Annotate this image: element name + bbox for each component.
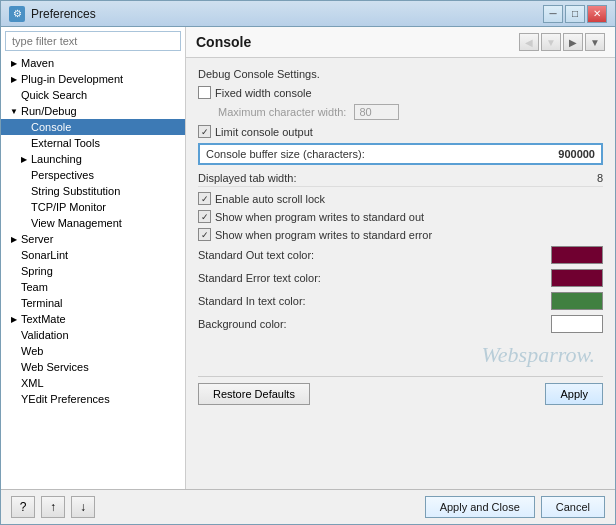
- arrow-icon: [9, 330, 19, 340]
- arrow-icon: [19, 202, 29, 212]
- apply-button[interactable]: Apply: [545, 383, 603, 405]
- sidebar-item-label: Plug-in Development: [21, 73, 123, 85]
- tab-width-row: Displayed tab width: 8: [198, 170, 603, 187]
- footer-left: ? ↑ ↓: [11, 496, 95, 518]
- std-out-color-swatch[interactable]: [551, 246, 603, 264]
- std-out-color-label: Standard Out text color:: [198, 249, 551, 261]
- cancel-button[interactable]: Cancel: [541, 496, 605, 518]
- sidebar-item-label: TextMate: [21, 313, 66, 325]
- sidebar-item-label: XML: [21, 377, 44, 389]
- auto-scroll-checkbox[interactable]: [198, 192, 211, 205]
- title-bar: ⚙ Preferences ─ □ ✕: [1, 1, 615, 27]
- watermark: Websparrow.: [198, 338, 603, 372]
- arrow-icon: [19, 218, 29, 228]
- preferences-window: ⚙ Preferences ─ □ ✕ ▶ Maven ▶ Plug-in De…: [0, 0, 616, 525]
- std-err-color-swatch[interactable]: [551, 269, 603, 287]
- show-stderr-label: Show when program writes to standard err…: [215, 229, 432, 241]
- sidebar-item-label: Console: [31, 121, 71, 133]
- std-in-color-swatch[interactable]: [551, 292, 603, 310]
- panel-header: Console ◀ ▼ ▶ ▼: [186, 27, 615, 58]
- restore-defaults-button[interactable]: Restore Defaults: [198, 383, 310, 405]
- fixed-width-checkbox[interactable]: [198, 86, 211, 99]
- nav-dropdown-button[interactable]: ▼: [541, 33, 561, 51]
- arrow-icon: [9, 346, 19, 356]
- arrow-icon: ▶: [9, 74, 19, 84]
- buffer-size-row: Console buffer size (characters): 900000: [198, 143, 603, 165]
- sidebar-item-string-sub[interactable]: String Substitution: [1, 183, 185, 199]
- footer-right: Apply and Close Cancel: [425, 496, 605, 518]
- fixed-width-row: Fixed width console: [198, 86, 603, 99]
- bg-color-swatch[interactable]: [551, 315, 603, 333]
- sidebar-item-quick-search[interactable]: Quick Search: [1, 87, 185, 103]
- sidebar-item-label: TCP/IP Monitor: [31, 201, 106, 213]
- arrow-icon: ▶: [9, 58, 19, 68]
- sidebar-item-label: Validation: [21, 329, 69, 341]
- nav-arrows: ◀ ▼ ▶ ▼: [519, 33, 605, 51]
- sidebar-item-label: Team: [21, 281, 48, 293]
- sidebar-item-validation[interactable]: Validation: [1, 327, 185, 343]
- filter-input[interactable]: [5, 31, 181, 51]
- sidebar-item-label: Web Services: [21, 361, 89, 373]
- std-err-color-label: Standard Error text color:: [198, 272, 551, 284]
- sidebar-item-sonarlint[interactable]: SonarLint: [1, 247, 185, 263]
- arrow-icon: [19, 138, 29, 148]
- nav-menu-button[interactable]: ▼: [585, 33, 605, 51]
- sidebar-item-team[interactable]: Team: [1, 279, 185, 295]
- sidebar-item-label: Launching: [31, 153, 82, 165]
- apply-and-close-button[interactable]: Apply and Close: [425, 496, 535, 518]
- std-out-color-row: Standard Out text color:: [198, 246, 603, 264]
- sidebar-item-plugin-dev[interactable]: ▶ Plug-in Development: [1, 71, 185, 87]
- sidebar-item-web-services[interactable]: Web Services: [1, 359, 185, 375]
- show-stdout-checkbox[interactable]: [198, 210, 211, 223]
- sidebar-item-external-tools[interactable]: External Tools: [1, 135, 185, 151]
- limit-console-checkbox[interactable]: [198, 125, 211, 138]
- max-char-input[interactable]: [354, 104, 399, 120]
- sidebar-item-server[interactable]: ▶ Server: [1, 231, 185, 247]
- panel-body: Debug Console Settings. Fixed width cons…: [186, 58, 615, 489]
- minimize-button[interactable]: ─: [543, 5, 563, 23]
- sidebar-item-launching[interactable]: ▶ Launching: [1, 151, 185, 167]
- sidebar-item-yedit[interactable]: YEdit Preferences: [1, 391, 185, 407]
- sidebar-item-spring[interactable]: Spring: [1, 263, 185, 279]
- tab-width-label: Displayed tab width:: [198, 172, 597, 184]
- max-char-row: Maximum character width:: [198, 104, 603, 120]
- section-title: Debug Console Settings.: [198, 68, 603, 80]
- sidebar-item-xml[interactable]: XML: [1, 375, 185, 391]
- sidebar-item-perspectives[interactable]: Perspectives: [1, 167, 185, 183]
- std-in-color-label: Standard In text color:: [198, 295, 551, 307]
- sidebar-item-web[interactable]: Web: [1, 343, 185, 359]
- show-stderr-checkbox[interactable]: [198, 228, 211, 241]
- close-button[interactable]: ✕: [587, 5, 607, 23]
- sidebar-item-label: YEdit Preferences: [21, 393, 110, 405]
- right-panel: Console ◀ ▼ ▶ ▼ Debug Console Settings. …: [186, 27, 615, 489]
- sidebar-item-maven[interactable]: ▶ Maven: [1, 55, 185, 71]
- limit-console-row: Limit console output: [198, 125, 603, 138]
- sidebar-item-run-debug[interactable]: ▼ Run/Debug: [1, 103, 185, 119]
- sidebar-item-label: Web: [21, 345, 43, 357]
- tab-width-value: 8: [597, 172, 603, 184]
- arrow-icon: [19, 186, 29, 196]
- buffer-size-label: Console buffer size (characters):: [206, 148, 550, 160]
- arrow-icon: ▶: [9, 234, 19, 244]
- sidebar-item-console[interactable]: Console: [1, 119, 185, 135]
- title-buttons: ─ □ ✕: [543, 5, 607, 23]
- bg-color-row: Background color:: [198, 315, 603, 333]
- sidebar: ▶ Maven ▶ Plug-in Development Quick Sear…: [1, 27, 186, 489]
- nav-forward-button[interactable]: ▶: [563, 33, 583, 51]
- export-button[interactable]: ↑: [41, 496, 65, 518]
- sidebar-item-view-mgmt[interactable]: View Management: [1, 215, 185, 231]
- maximize-button[interactable]: □: [565, 5, 585, 23]
- sidebar-item-textmate[interactable]: ▶ TextMate: [1, 311, 185, 327]
- sidebar-item-label: Quick Search: [21, 89, 87, 101]
- footer: ? ↑ ↓ Apply and Close Cancel: [1, 489, 615, 524]
- sidebar-item-terminal[interactable]: Terminal: [1, 295, 185, 311]
- main-content: ▶ Maven ▶ Plug-in Development Quick Sear…: [1, 27, 615, 489]
- action-row: Restore Defaults Apply: [198, 376, 603, 405]
- arrow-icon: [19, 122, 29, 132]
- import-button[interactable]: ↓: [71, 496, 95, 518]
- help-button[interactable]: ?: [11, 496, 35, 518]
- nav-back-button[interactable]: ◀: [519, 33, 539, 51]
- sidebar-item-tcp-monitor[interactable]: TCP/IP Monitor: [1, 199, 185, 215]
- panel-title: Console: [196, 34, 251, 50]
- show-stdout-row: Show when program writes to standard out: [198, 210, 603, 223]
